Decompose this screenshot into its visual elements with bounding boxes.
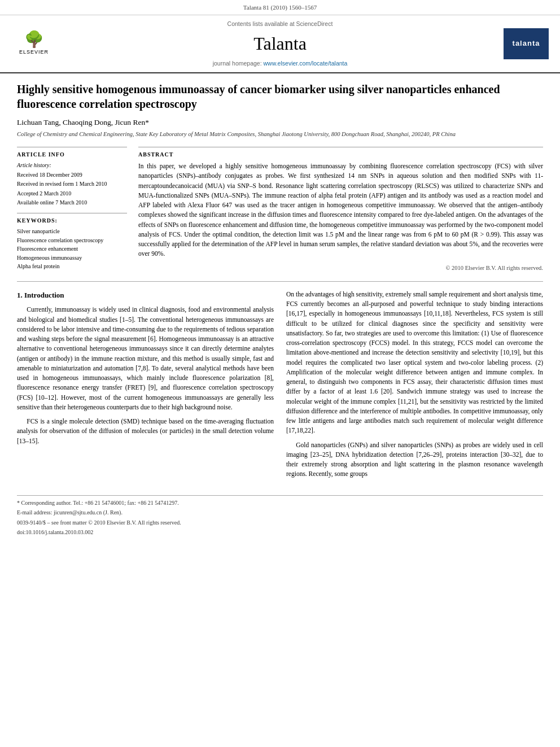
available-online-date: Available online 7 March 2010: [17, 199, 127, 207]
journal-homepage: journal homepage: www.elsevier.com/locat…: [56, 59, 504, 68]
keyword-1: Silver nanoparticle: [17, 228, 127, 236]
article-title: Highly sensitive homogenous immunoassay …: [17, 82, 543, 111]
journal-citation: Talanta 81 (2010) 1560–1567: [243, 4, 317, 11]
doi-line: doi:10.1016/j.talanta.2010.03.002: [17, 528, 543, 537]
left-info-col: Article info Article history: Received 1…: [17, 147, 127, 272]
accepted-date: Accepted 2 March 2010: [17, 190, 127, 198]
authors-text: Lichuan Tang, Chaoqing Dong, Jicun Ren*: [17, 118, 149, 126]
keyword-5: Alpha fetal protein: [17, 263, 127, 271]
keyword-4: Homogeneous immunoassay: [17, 254, 127, 263]
intro-section-title: 1. Introduction: [17, 290, 274, 301]
top-citation-bar: Talanta 81 (2010) 1560–1567: [0, 0, 560, 15]
affiliation: College of Chemistry and Chemical Engine…: [17, 130, 543, 138]
sciencedirect-info: Contents lists available at ScienceDirec…: [56, 20, 504, 28]
contents-available-text: Contents lists available at ScienceDirec…: [228, 20, 333, 27]
abstract-section: Abstract In this paper, we developed a h…: [138, 147, 543, 272]
talanta-logo-text: talanta: [513, 38, 540, 49]
intro-para-1: Currently, immunoassay is widely used in…: [17, 305, 274, 412]
abstract-text: In this paper, we developed a highly sen…: [138, 161, 543, 259]
copyright-line: © 2010 Elsevier B.V. All rights reserved…: [138, 264, 543, 272]
page-container: Talanta 81 (2010) 1560–1567 🌳 ELSEVIER C…: [0, 0, 560, 548]
journal-center: Contents lists available at ScienceDirec…: [56, 20, 504, 68]
authors: Lichuan Tang, Chaoqing Dong, Jicun Ren*: [17, 117, 543, 128]
intro-title: Introduction: [24, 291, 64, 299]
intro-right-para-1: On the advantages of high sensitivity, e…: [286, 290, 543, 436]
homepage-url[interactable]: www.elsevier.com/locate/talanta: [264, 60, 348, 67]
talanta-logo: talanta: [504, 28, 549, 59]
journal-name: Talanta: [56, 30, 504, 56]
journal-header: 🌳 ELSEVIER Contents lists available at S…: [0, 15, 560, 73]
keyword-3: Fluorescence enhancement: [17, 245, 127, 254]
footnote-email: E-mail address: jicunren@sjtu.edu.cn (J.…: [17, 509, 543, 517]
section-divider: [17, 281, 543, 282]
revised-date: Received in revised form 1 March 2010: [17, 180, 127, 189]
intro-right-para-2: Gold nanoparticles (GNPs) and silver nan…: [286, 440, 543, 479]
elsevier-tree-icon: 🌳: [24, 32, 44, 47]
abstract-col: Abstract In this paper, we developed a h…: [138, 147, 543, 272]
issn-line: 0039-9140/$ – see front matter © 2010 El…: [17, 519, 543, 527]
article-footer: * Corresponding author. Tel.: +86 21 547…: [17, 495, 543, 537]
article-body: Highly sensitive homogenous immunoassay …: [0, 73, 560, 548]
intro-right-col: On the advantages of high sensitivity, e…: [286, 290, 543, 484]
keywords-label: Keywords:: [17, 217, 127, 225]
intro-left-col: 1. Introduction Currently, immunoassay i…: [17, 290, 274, 484]
homepage-label: journal homepage:: [213, 60, 262, 67]
introduction-columns: 1. Introduction Currently, immunoassay i…: [17, 290, 543, 484]
article-history-section: Article info Article history: Received 1…: [17, 147, 127, 207]
footnote-star: * Corresponding author. Tel.: +86 21 547…: [17, 499, 543, 508]
abstract-label: Abstract: [138, 151, 543, 159]
keyword-2: Fluorescence correlation spectroscopy: [17, 237, 127, 245]
intro-number: 1.: [17, 291, 23, 299]
history-label: Article history:: [17, 161, 127, 170]
elsevier-logo: 🌳 ELSEVIER: [11, 28, 56, 59]
keywords-section: Keywords: Silver nanoparticle Fluorescen…: [17, 213, 127, 271]
intro-para-2: FCS is a single molecule detection (SMD)…: [17, 417, 274, 446]
info-abstract-columns: Article info Article history: Received 1…: [17, 147, 543, 272]
elsevier-text: ELSEVIER: [19, 49, 49, 56]
received-date: Received 18 December 2009: [17, 171, 127, 180]
article-info-label: Article info: [17, 151, 127, 159]
history-label-text: Article history:: [17, 162, 51, 168]
